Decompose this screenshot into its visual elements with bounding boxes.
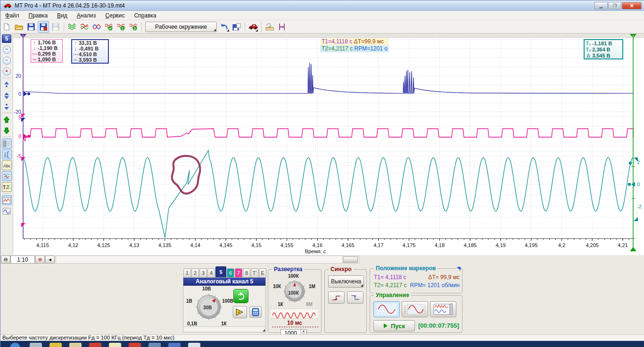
chart-blue-toggle[interactable] <box>2 206 12 216</box>
svg-text:-5: -5 <box>17 153 21 159</box>
zoom-fit-icon[interactable]: ▫ <box>2 56 12 66</box>
tab-channel-5[interactable]: 5 <box>215 266 226 277</box>
chart-red-toggle[interactable] <box>2 195 12 205</box>
ruler-grid-toggle[interactable] <box>2 139 12 149</box>
channel-5-badge[interactable]: 5 <box>2 34 11 43</box>
taskbar-explorer[interactable] <box>30 343 42 347</box>
save-copy-icon[interactable] <box>50 21 61 33</box>
sweep-rate-knob[interactable]: 100К 10К 1М 1К 8М 100К <box>271 273 318 308</box>
zoom-in-icon[interactable]: + <box>2 66 12 76</box>
calculator-button[interactable] <box>249 306 262 318</box>
menu-1[interactable]: Правка <box>24 11 53 20</box>
falling-edge-button[interactable] <box>347 291 363 304</box>
panel-t2: T2= 4,2117 с <box>374 281 407 289</box>
start-button[interactable]: Пуск <box>373 320 415 331</box>
hzoom-in-button[interactable]: ⊕ <box>35 256 45 264</box>
labels-toggle[interactable]: Abc <box>2 160 12 170</box>
waves-2-icon[interactable]: 2 <box>128 21 139 33</box>
collapse-triangle-icon[interactable] <box>457 267 461 271</box>
ch8-avg: 4,510 В <box>79 51 97 57</box>
time-span-line <box>272 327 318 327</box>
tab-channel-2[interactable]: 2 <box>191 268 199 277</box>
restore-button[interactable]: ❐ <box>608 2 621 9</box>
menu-4[interactable]: Сервис <box>100 11 129 20</box>
sync-mode-button[interactable]: Выключена <box>328 275 364 288</box>
markers-panel-title: Положение маркеров <box>374 265 438 272</box>
single-mode-button[interactable] <box>373 301 400 317</box>
waves-1-icon[interactable]: 1 <box>116 21 127 33</box>
sweep-title: Развертка <box>272 266 304 273</box>
voltage-range-knob[interactable]: 10В 1В 100В 0,1В 1К 30В <box>184 286 233 330</box>
tab-channel-3[interactable]: 3 <box>199 268 207 277</box>
oscilloscope-plot[interactable]: 4,1154,124,1254,134,1354,144,1454,154,15… <box>0 33 644 255</box>
save-fragment-icon[interactable] <box>38 21 49 33</box>
workspace-combo[interactable]: Рабочее окружение <box>145 22 217 32</box>
scrollbar-track[interactable] <box>56 256 359 264</box>
tab-channel-1[interactable]: 1 <box>183 268 191 277</box>
minimize-button[interactable]: ▁ <box>594 2 608 9</box>
windows-taskbar[interactable] <box>0 341 644 347</box>
menu-0[interactable]: Файл <box>0 11 24 20</box>
titlebar[interactable]: MT Pro 4 - MT Pro 4 26.04.25 16-30-19.mt… <box>0 0 644 11</box>
car-icon[interactable] <box>248 21 259 33</box>
move-up-icon[interactable] <box>2 80 12 90</box>
probe-button[interactable] <box>233 306 247 318</box>
tab-channel-4[interactable]: 4 <box>207 268 215 277</box>
waves-compare-icon[interactable] <box>79 21 90 33</box>
tab-channel-7[interactable]: 7 <box>235 268 242 277</box>
move-center-icon[interactable] <box>2 91 12 100</box>
open-file-icon[interactable] <box>13 21 25 33</box>
markers-tool-icon[interactable] <box>276 21 288 33</box>
taskbar-app-tan[interactable] <box>69 343 82 347</box>
continuous-mode-button[interactable] <box>402 301 428 317</box>
ch8-zero-marker[interactable] <box>24 91 27 96</box>
menu-5[interactable]: Справка <box>129 11 161 20</box>
taskbar-start-orb[interactable] <box>10 343 20 347</box>
taskbar-app-blue[interactable] <box>168 343 181 347</box>
channel-power-button[interactable] <box>233 289 248 303</box>
tab-channel-E[interactable]: E <box>259 268 266 277</box>
taskbar-app-white[interactable] <box>188 343 200 347</box>
ch6-zero-marker[interactable] <box>628 183 631 186</box>
knob-label-10v: 10В <box>202 286 211 291</box>
save-icon[interactable] <box>25 21 37 33</box>
ruler-measure-icon[interactable] <box>264 21 275 33</box>
control-panel-title: Управление <box>374 292 411 298</box>
tab-channel-6[interactable]: 6 <box>227 268 234 277</box>
recorder-mode-button[interactable] <box>430 301 456 317</box>
channel-panel-footer[interactable] <box>183 326 265 332</box>
waves-icon[interactable] <box>66 21 78 33</box>
plot-sidebar: 5 − ▫ + 10 Abc T₁T₂ <box>0 33 13 255</box>
zoom-out-icon[interactable]: − <box>2 45 12 55</box>
taskbar-app-steel[interactable] <box>149 343 161 347</box>
spin-up-icon[interactable]: ▲ <box>301 330 306 333</box>
save-workspace-icon[interactable] <box>231 21 242 33</box>
waveform-sine-channel-6 <box>23 150 633 238</box>
text-markers-toggle[interactable]: T₁T₂ <box>2 182 12 192</box>
svg-text:4,15: 4,15 <box>251 242 261 248</box>
taskbar-app-gold[interactable] <box>50 343 62 347</box>
scrollbar-thumb[interactable] <box>343 256 358 263</box>
ch6-t1: -1,181 В <box>592 41 612 46</box>
taskbar-app-red[interactable] <box>89 343 101 347</box>
undo-icon[interactable] <box>219 21 230 33</box>
taskbar-app-cream[interactable] <box>109 343 121 347</box>
arrow-down-green-icon[interactable] <box>2 125 12 135</box>
channel8-measure-panel: ↑33,31 В ↓-0,491 В ⋯4,510 В ~3,593 В <box>71 39 109 64</box>
tab-channel-8[interactable]: 8 <box>243 268 250 277</box>
menu-2[interactable]: Вид <box>52 11 72 20</box>
hzoom-out-button[interactable]: ⊖ <box>1 256 10 264</box>
menu-3[interactable]: Анализ <box>72 11 101 20</box>
tab-channel-T'[interactable]: T' <box>251 268 258 277</box>
rising-edge-button[interactable] <box>328 291 345 304</box>
markers-toggle[interactable] <box>2 171 12 181</box>
scale-toggle[interactable]: 10 <box>2 149 12 159</box>
new-file-icon[interactable] <box>1 21 12 33</box>
scroll-left-button[interactable]: ◂ <box>45 256 55 264</box>
waves-overlay-icon[interactable] <box>91 21 102 33</box>
waves-ok-icon[interactable] <box>103 21 115 33</box>
move-down-icon[interactable] <box>2 101 12 111</box>
arrow-up-green-icon[interactable] <box>2 115 12 124</box>
taskbar-app-red-2[interactable] <box>129 343 141 347</box>
close-button[interactable]: ✕ <box>622 2 642 9</box>
